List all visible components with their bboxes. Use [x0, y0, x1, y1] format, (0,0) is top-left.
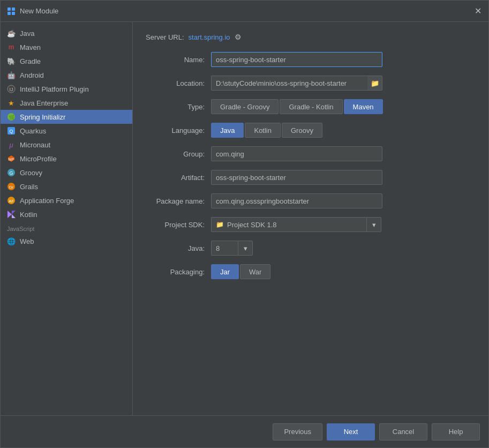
sidebar-item-groovy[interactable]: G Groovy [1, 166, 132, 180]
server-url-label: Server URL: [146, 33, 184, 41]
artifact-label: Artifact: [146, 174, 205, 182]
sidebar-item-gradle-label: Gradle [20, 57, 41, 65]
micronaut-icon: μ [7, 140, 16, 149]
folder-icon: 📁 [371, 79, 379, 87]
java-enterprise-icon: ★ [7, 99, 16, 107]
group-label: Group: [146, 150, 205, 158]
language-label: Language: [146, 126, 205, 135]
type-gradle-groovy-button[interactable]: Gradle - Groovy [211, 99, 279, 114]
previous-button[interactable]: Previous [273, 423, 322, 440]
java-select-value: 8 [216, 244, 220, 252]
svg-rect-3 [12, 12, 15, 15]
sidebar-item-micronaut[interactable]: μ Micronaut [1, 138, 132, 152]
svg-text:Gr: Gr [9, 185, 14, 190]
java-select-arrow[interactable]: ▾ [238, 241, 253, 256]
artifact-input[interactable] [211, 170, 382, 185]
sidebar-item-kotlin[interactable]: Kotlin [1, 207, 132, 221]
sidebar-item-maven[interactable]: m Maven [1, 40, 132, 54]
maven-icon: m [7, 43, 16, 51]
sidebar-item-maven-label: Maven [20, 43, 41, 51]
help-button[interactable]: Help [432, 423, 480, 440]
sdk-select-value: Project SDK 1.8 [227, 221, 277, 229]
java-icon: ☕ [7, 29, 16, 38]
language-java-button[interactable]: Java [211, 123, 244, 138]
name-input[interactable] [211, 52, 382, 67]
sidebar-item-appforge[interactable]: AF Application Forge [1, 193, 132, 207]
type-row: Type: Gradle - Groovy Gradle - Kotlin Ma… [146, 99, 476, 114]
javascript-section-label: JavaScript [1, 221, 132, 234]
footer: Previous Next Cancel Help [1, 415, 488, 447]
location-browse-button[interactable]: 📁 [367, 76, 382, 91]
quarkus-icon: Q [7, 126, 16, 135]
next-button[interactable]: Next [327, 423, 375, 440]
location-label: Location: [146, 79, 205, 87]
svg-text:MP: MP [9, 158, 14, 161]
sidebar-item-micronaut-label: Micronaut [20, 141, 50, 149]
sidebar-item-intellij[interactable]: IJ IntelliJ Platform Plugin [1, 82, 132, 96]
svg-text:🌿: 🌿 [9, 114, 15, 121]
microprofile-icon: MP [7, 154, 16, 163]
packaging-war-button[interactable]: War [240, 264, 270, 279]
sidebar-item-microprofile[interactable]: MP MicroProfile [1, 152, 132, 166]
type-maven-button[interactable]: Maven [344, 99, 383, 114]
sidebar-item-appforge-label: Application Forge [20, 197, 74, 205]
location-row-inner: 📁 [211, 76, 382, 91]
sidebar-item-grails[interactable]: Gr Grails [1, 180, 132, 193]
packaging-jar-button[interactable]: Jar [211, 264, 239, 279]
svg-marker-19 [12, 211, 16, 214]
sidebar-item-quarkus[interactable]: Q Quarkus [1, 124, 132, 138]
appforge-icon: AF [7, 196, 16, 205]
sidebar-item-java-enterprise[interactable]: ★ Java Enterprise [1, 96, 132, 110]
type-label: Type: [146, 103, 205, 111]
web-icon: 🌐 [7, 237, 16, 245]
server-url-link[interactable]: start.spring.io [189, 33, 230, 41]
language-kotlin-button[interactable]: Kotlin [245, 123, 281, 138]
package-name-label: Package name: [146, 197, 205, 205]
name-label: Name: [146, 56, 205, 64]
group-input[interactable] [211, 146, 382, 161]
package-name-row: Package name: [146, 193, 476, 208]
spring-icon: 🌿 [7, 113, 16, 121]
svg-text:IJ: IJ [9, 87, 13, 92]
location-input[interactable] [211, 76, 367, 91]
sidebar-item-web[interactable]: 🌐 Web [1, 234, 132, 248]
sidebar-item-android-label: Android [20, 71, 44, 79]
location-row: Location: 📁 [146, 76, 476, 91]
groovy-icon: G [7, 168, 16, 177]
sidebar-item-spring-label: Spring Initializr [20, 113, 65, 121]
cancel-button[interactable]: Cancel [379, 423, 427, 440]
language-button-group: Java Kotlin Groovy [211, 123, 322, 138]
java-select-field[interactable]: 8 [211, 241, 238, 256]
sidebar-item-spring[interactable]: 🌿 Spring Initializr [1, 110, 132, 124]
sdk-select-arrow[interactable]: ▾ [366, 217, 381, 232]
type-gradle-kotlin-button[interactable]: Gradle - Kotlin [280, 99, 342, 114]
java-version-label: Java: [146, 244, 205, 252]
svg-text:Q: Q [9, 129, 13, 134]
sidebar-item-gradle[interactable]: 🐘 Gradle [1, 54, 132, 68]
package-name-input[interactable] [211, 193, 382, 208]
project-sdk-label: Project SDK: [146, 221, 205, 229]
dialog-title: New Module [20, 7, 469, 15]
grails-icon: Gr [7, 182, 16, 191]
sidebar-item-java-enterprise-label: Java Enterprise [20, 99, 68, 107]
title-bar: New Module ✕ [1, 1, 488, 22]
close-button[interactable]: ✕ [473, 7, 482, 16]
new-module-dialog: New Module ✕ ☕ Java m Maven 🐘 Gradle 🤖 [0, 0, 489, 448]
sidebar-item-java[interactable]: ☕ Java [1, 26, 132, 40]
packaging-label: Packaging: [146, 268, 205, 276]
sidebar-item-intellij-label: IntelliJ Platform Plugin [20, 85, 89, 93]
type-button-group: Gradle - Groovy Gradle - Kotlin Maven [211, 99, 383, 114]
java-version-row: Java: 8 ▾ [146, 241, 476, 256]
packaging-button-group: Jar War [211, 264, 270, 279]
language-groovy-button[interactable]: Groovy [282, 123, 322, 138]
sidebar-item-android[interactable]: 🤖 Android [1, 68, 132, 82]
language-row: Language: Java Kotlin Groovy [146, 123, 476, 138]
svg-text:AF: AF [9, 199, 14, 204]
content-area: Server URL: start.spring.io ⚙ Name: Loca… [133, 22, 488, 415]
svg-rect-1 [12, 8, 15, 11]
intellij-icon: IJ [7, 85, 16, 93]
gradle-icon: 🐘 [7, 57, 16, 65]
svg-marker-20 [12, 214, 16, 218]
gear-icon[interactable]: ⚙ [235, 33, 242, 41]
sdk-select-field[interactable]: 📁 Project SDK 1.8 [211, 217, 366, 232]
